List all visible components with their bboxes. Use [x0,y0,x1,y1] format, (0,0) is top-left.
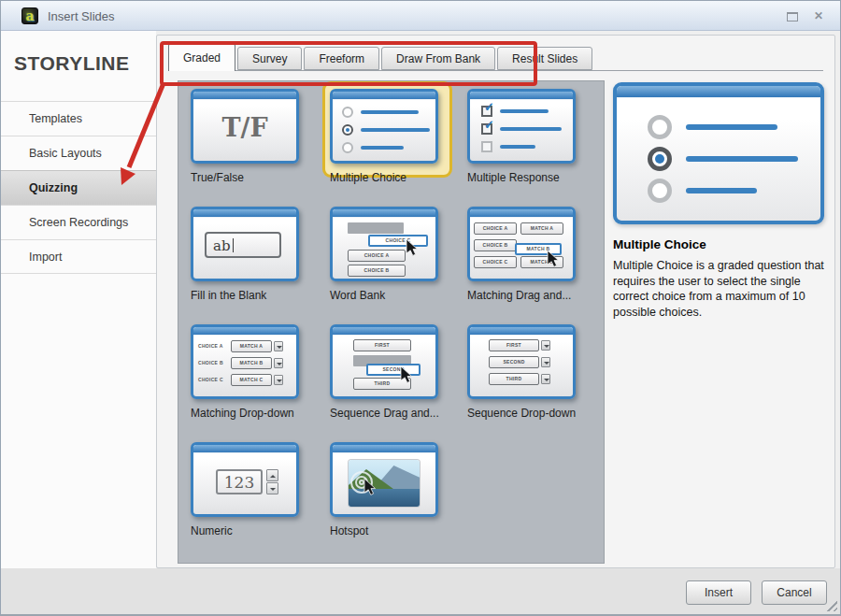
tile-sequence-dropdown-card[interactable]: FIRST SECOND THIRD [467,324,576,399]
tile-header-bar [617,86,820,98]
dropdown-button-icon [274,375,283,385]
tile-hotspot[interactable]: Hotspot [330,442,442,537]
matching-drag-icon: CHOICE A MATCH A CHOICE B CHOICE C MATCH… [470,219,573,279]
choice-box: CHOICE A [348,250,406,262]
titlebar: a Insert Slides ✕ [1,1,840,31]
tile-sequence-drag[interactable]: FIRST THIRD SECOND Sequence Drag and... [330,324,442,420]
choice-text: CHOICE B [198,360,223,365]
tab-freeform[interactable]: Freeform [304,47,379,70]
tile-label: Fill in the Blank [191,289,303,302]
tile-label: Multiple Response [467,171,579,184]
insert-slides-dialog: a Insert Slides ✕ STORYLINE Templates Ba… [0,0,841,616]
radio-icon [342,107,353,118]
sequence-dropdown-icon: FIRST SECOND THIRD [470,337,573,396]
tile-label: Hotspot [330,524,442,537]
sidebar-item-templates[interactable]: Templates [1,101,156,136]
tile-label: Multiple Choice [330,171,442,184]
tile-label: Matching Drag and... [467,289,579,302]
matching-dropdown-icon: CHOICE A MATCH A CHOICE B MATCH B CHOICE… [193,337,296,396]
tile-label: Word Bank [330,289,442,302]
word-bank-icon: CHOICE C CHOICE A CHOICE B [333,219,435,279]
tile-matching-dropdown[interactable]: CHOICE A MATCH A CHOICE B MATCH B CHOICE… [191,324,303,420]
tile-label: Numeric [191,524,303,537]
radio-selected-icon [648,147,672,171]
tile-matching-dropdown-card[interactable]: CHOICE A MATCH A CHOICE B MATCH B CHOICE… [191,324,299,399]
tile-word-bank[interactable]: CHOICE C CHOICE A CHOICE B Word Bank [330,207,442,302]
tile-header-bar [193,92,296,100]
cursor-icon [547,251,559,268]
tile-header-bar [193,209,296,218]
sequence-box: THIRD [489,373,539,385]
tile-header-bar [333,327,435,336]
tile-true-false[interactable]: T/F True/False [191,89,303,184]
tile-label: Sequence Drag and... [330,407,442,420]
tab-result-slides[interactable]: Result Slides [497,47,592,70]
minimize-button[interactable] [784,9,801,23]
number-field-icon: 123 [216,469,263,494]
dropdown-button-icon [541,374,550,384]
dropdown-button-icon [541,357,550,367]
tile-fill-in-the-blank-card[interactable]: ab [191,207,299,281]
tile-sequence-dropdown[interactable]: FIRST SECOND THIRD Sequence Drop-down [467,324,579,420]
answer-line [500,109,549,113]
checkbox-checked-icon: ✓ [481,123,492,135]
insert-button[interactable]: Insert [686,580,751,605]
multiple-choice-icon [333,101,435,161]
caret-icon [233,238,234,252]
footer: Insert Cancel [1,568,840,615]
storyline-logo: STORYLINE [14,52,130,75]
answer-line [686,124,777,130]
sidebar: STORYLINE Templates Basic Layouts Quizzi… [1,31,156,568]
tile-hotspot-card[interactable] [330,442,438,517]
match-box: MATCH B [231,357,272,369]
match-box: MATCH A [520,222,563,235]
answer-line [361,146,404,150]
cursor-icon [406,239,418,257]
landscape-photo-icon [349,460,420,507]
sidebar-item-screen-recordings[interactable]: Screen Recordings [1,205,156,239]
tile-label: Matching Drop-down [191,407,303,420]
answer-slot-bar [348,222,404,234]
sidebar-item-basic-layouts[interactable]: Basic Layouts [1,136,156,170]
tile-multiple-response[interactable]: ✓ ✓ Multiple Response [467,89,579,184]
tile-numeric[interactable]: 123 Numeric [191,442,303,537]
dropdown-button-icon [274,358,283,368]
tab-graded[interactable]: Graded [168,43,235,71]
tab-survey[interactable]: Survey [237,47,302,70]
answer-line [500,127,562,131]
dragged-sequence-box: SECOND [366,364,420,376]
answer-line [686,188,757,193]
window-title: Insert Slides [48,9,115,23]
tile-header-bar [470,327,573,336]
text-input-icon: ab [205,232,281,258]
sidebar-item-import[interactable]: Import [1,239,156,274]
sidebar-item-quizzing[interactable]: Quizzing [1,170,156,205]
checkbox-checked-icon: ✓ [481,106,492,117]
answer-line [361,110,419,114]
answer-line [500,145,535,149]
tile-multiple-choice[interactable]: Multiple Choice [330,89,442,184]
tile-fill-in-the-blank[interactable]: ab Fill in the Blank [191,207,303,302]
tile-multiple-choice-card[interactable] [330,89,438,164]
tile-multiple-response-card[interactable]: ✓ ✓ [467,89,576,164]
radio-icon [648,179,672,203]
checkbox-empty-icon [481,141,492,152]
tab-strip: Graded Survey Freeform Draw From Bank Re… [168,42,823,71]
choice-box: CHOICE B [348,265,406,277]
cancel-button[interactable]: Cancel [762,580,827,605]
sequence-drag-icon: FIRST THIRD SECOND [333,337,435,396]
choice-text: CHOICE A [198,343,223,349]
tile-numeric-card[interactable]: 123 [191,442,299,517]
sequence-box: SECOND [489,356,539,368]
choice-box: CHOICE C [474,256,517,268]
tile-true-false-card[interactable]: T/F [191,89,299,164]
tile-sequence-drag-card[interactable]: FIRST THIRD SECOND [330,324,438,399]
choice-box: CHOICE B [474,239,517,251]
tab-draw-from-bank[interactable]: Draw From Bank [381,47,495,70]
tile-word-bank-card[interactable]: CHOICE C CHOICE A CHOICE B [330,207,438,281]
tile-matching-drag-card[interactable]: CHOICE A MATCH A CHOICE B CHOICE C MATCH… [467,207,576,281]
true-false-icon: T/F [193,101,296,157]
tile-header-bar [333,445,435,453]
close-button[interactable]: ✕ [810,9,827,23]
tile-matching-drag[interactable]: CHOICE A MATCH A CHOICE B CHOICE C MATCH… [467,207,579,302]
